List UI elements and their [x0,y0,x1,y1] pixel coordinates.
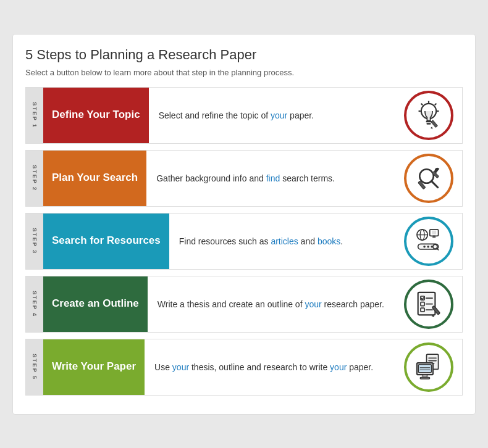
page-subtitle: Select a button below to learn more abou… [25,68,463,77]
step-1-link-your[interactable]: your [271,110,287,120]
step-1-icon [404,91,453,140]
step-5-label: STEP 5 [26,339,43,395]
step-3-heading: Search for Resources [52,234,161,247]
step-5-color-block: Write Your Paper [43,339,145,395]
svg-rect-1 [426,120,432,122]
svg-marker-9 [431,127,434,130]
step-5-link-your[interactable]: your [172,362,189,372]
svg-line-5 [435,104,435,104]
step-4-row[interactable]: STEP 4 Create an Outline Write a thesis … [25,276,463,333]
svg-rect-41 [419,364,432,372]
svg-line-4 [421,104,422,104]
step-3-label: STEP 3 [26,214,43,269]
step-1-color-block: Define Your Topic [43,88,149,143]
step-4-link-your[interactable]: your [305,299,321,309]
step-4-icon [404,280,453,329]
svg-point-24 [423,245,425,247]
svg-rect-8 [431,120,437,127]
step-2-color-block: Plan Your Search [43,151,146,206]
step-2-row[interactable]: STEP 2 Plan Your Search Gather backgroun… [25,150,463,207]
svg-rect-42 [423,375,427,377]
svg-rect-20 [432,236,435,238]
svg-point-26 [431,245,432,247]
step-4-color-block: Create an Outline [43,276,148,332]
step-1-desc: Select and refine the topic of your pape… [149,104,398,127]
step-5-icon [404,342,453,392]
step-1-label: STEP 1 [26,88,43,143]
step-4-desc: Write a thesis and create an outline of … [148,293,398,315]
step-5-row[interactable]: STEP 5 Write Your Paper Use your thesis,… [25,339,463,396]
svg-rect-2 [427,123,431,125]
step-4-heading: Create an Outline [52,297,139,310]
step-5-link-your2[interactable]: your [330,362,347,372]
step-1-row[interactable]: STEP 1 Define Your Topic Select and refi… [25,87,463,144]
step-2-heading: Plan Your Search [52,172,138,184]
step-2-desc: Gather background info and find search t… [146,167,398,189]
step-1-heading: Define Your Topic [52,109,140,121]
svg-point-25 [427,245,429,247]
step-3-icon [404,217,453,266]
svg-line-11 [431,181,437,187]
page-title: 5 Steps to Planning a Research Paper [25,47,463,63]
main-card: 5 Steps to Planning a Research Paper Sel… [12,34,476,415]
step-3-link-books[interactable]: books [318,236,340,246]
step-3-link-articles[interactable]: articles [271,236,298,246]
step-4-label: STEP 4 [26,276,43,332]
step-5-desc: Use your thesis, outline and research to… [145,356,398,378]
step-2-icon [404,154,453,203]
step-3-desc: Find resources such as articles and book… [169,230,398,252]
svg-rect-18 [432,230,436,234]
step-3-row[interactable]: STEP 3 Search for Resources Find resourc… [25,213,463,270]
svg-rect-43 [420,377,430,379]
step-3-color-block: Search for Resources [43,214,169,269]
step-5-heading: Write Your Paper [52,360,136,373]
step-2-label: STEP 2 [26,151,43,206]
step-2-link-find[interactable]: find [266,173,280,183]
